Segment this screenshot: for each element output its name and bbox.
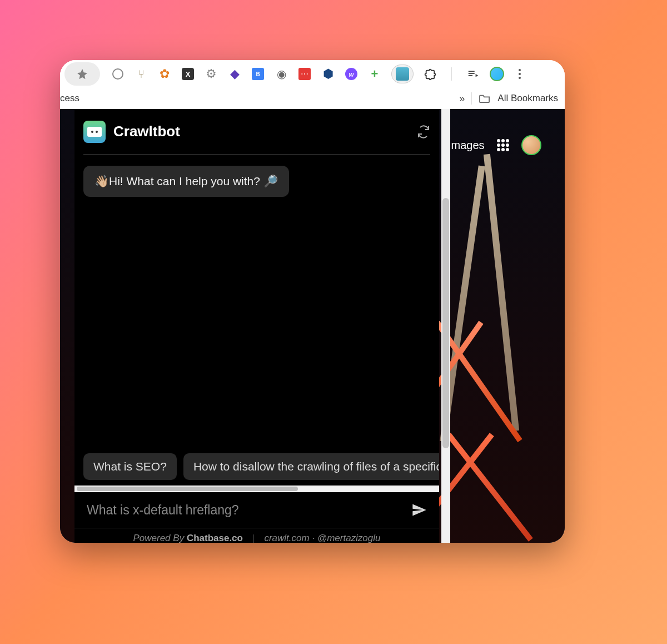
extension-fork-icon[interactable]: ⑂ — [135, 67, 148, 81]
refresh-icon — [417, 125, 430, 138]
footer-chatbase-link[interactable]: Chatbase.co — [187, 533, 243, 543]
account-avatar[interactable] — [521, 135, 541, 155]
chat-footer: Powered By Chatbase.co crawlt.com · @mer… — [74, 528, 439, 543]
bot-avatar — [83, 121, 106, 143]
suggestions-scrollbar-thumb[interactable] — [77, 487, 298, 491]
extension-gear-icon[interactable]: ⚙ — [205, 67, 218, 81]
browser-menu-button[interactable] — [514, 69, 525, 79]
extension-hex-icon[interactable]: ⬢ — [321, 67, 335, 81]
separator — [451, 67, 452, 81]
footer-dot: · — [312, 533, 315, 543]
page-content: Images Crawltbot 👋🏼Hi! What can I help y… — [60, 109, 565, 543]
suggestion-row: What is SEO? How to disallow the crawlin… — [74, 453, 439, 486]
footer-author-handle[interactable]: @mertazizoglu — [317, 533, 381, 543]
extension-layers-icon[interactable]: ◆ — [228, 67, 241, 81]
robot-icon — [396, 67, 409, 81]
apps-grid-icon[interactable] — [497, 139, 509, 151]
chat-input[interactable] — [87, 503, 405, 518]
extension-red-icon[interactable]: ⋯ — [298, 67, 311, 81]
reading-list-icon[interactable] — [466, 67, 480, 81]
browser-toolbar: ⑂ ✿ X ⚙ ◆ B ◉ ⋯ ⬢ w + — [60, 60, 565, 88]
extension-power-icon[interactable] — [111, 67, 125, 81]
extension-active-crawltbot[interactable] — [391, 65, 414, 83]
bookmarks-bar: cess » All Bookmarks — [60, 88, 565, 109]
chat-input-row — [74, 502, 439, 528]
extension-leaf-icon[interactable]: ✿ — [158, 67, 171, 81]
extension-pin-icon[interactable]: ◉ — [275, 67, 288, 81]
suggestions-scrollbar[interactable] — [74, 486, 439, 492]
browser-window: ⑂ ✿ X ⚙ ◆ B ◉ ⋯ ⬢ w + cess » — [60, 60, 565, 543]
chat-messages: 👋🏼Hi! What can I help you with? 🔎 — [74, 155, 439, 453]
send-icon — [411, 502, 427, 518]
page-header-right: Images — [448, 132, 565, 158]
suggestion-chip[interactable]: What is SEO? — [83, 453, 177, 480]
page-scrollbar[interactable] — [441, 109, 450, 543]
extensions-menu-icon[interactable] — [424, 67, 437, 81]
star-icon — [76, 68, 88, 80]
footer-crawlt-link[interactable]: crawlt.com — [264, 533, 309, 543]
refresh-button[interactable] — [417, 125, 430, 138]
images-link[interactable]: Images — [448, 139, 485, 152]
page-scrollbar-thumb[interactable] — [442, 198, 449, 448]
chat-header: Crawltbot — [83, 117, 430, 155]
extension-blue-icon[interactable]: B — [251, 67, 265, 81]
profile-avatar[interactable] — [490, 67, 504, 81]
folder-icon — [479, 93, 491, 103]
footer-powered-by: Powered By — [133, 533, 184, 543]
bot-message: 👋🏼Hi! What can I help you with? 🔎 — [83, 166, 289, 197]
bookmark-partial-text: cess — [60, 93, 79, 104]
all-bookmarks-link[interactable]: All Bookmarks — [497, 93, 558, 104]
extension-plus-icon[interactable]: + — [368, 67, 381, 81]
suggestion-chip[interactable]: How to disallow the crawling of files of… — [183, 453, 439, 480]
send-button[interactable] — [411, 502, 427, 518]
separator — [253, 534, 254, 543]
separator — [471, 92, 472, 105]
bookmarks-overflow-icon[interactable]: » — [459, 93, 465, 105]
bookmark-star-button[interactable] — [64, 62, 100, 86]
chatbot-panel: Crawltbot 👋🏼Hi! What can I help you with… — [74, 109, 439, 543]
extension-w-icon[interactable]: w — [345, 67, 358, 81]
extension-x-icon[interactable]: X — [181, 67, 195, 81]
extensions-row: ⑂ ✿ X ⚙ ◆ B ◉ ⋯ ⬢ w + — [111, 65, 560, 83]
chat-title: Crawltbot — [113, 123, 180, 140]
